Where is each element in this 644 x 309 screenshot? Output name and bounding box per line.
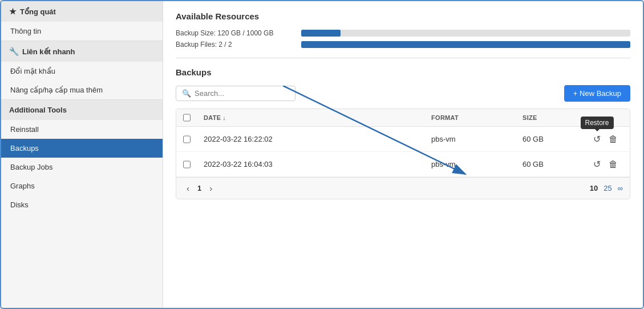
sidebar-item-disks[interactable]: Disks (1, 195, 163, 214)
wrench-icon: 🔧 (9, 47, 19, 56)
action-icons-1: ↺ Restore 🗑 (591, 133, 623, 146)
star-icon: ★ (9, 7, 17, 16)
progress-bar-backupfiles (301, 41, 630, 48)
cell-date-1: 2022-03-22 16:22:02 (197, 133, 424, 146)
backups-title: Backups (176, 67, 212, 77)
backups-table: DATE ↓ FORMAT SIZE 2022-03-22 16:22:02 p… (176, 109, 630, 199)
main-content: Available Resources Backup Size: 120 GB … (163, 1, 643, 308)
cell-actions-2: ↺ 🗑 (584, 155, 630, 173)
sidebar: ★ Tổng quát Thông tin 🔧 Liên kết nhanh Đ… (1, 1, 163, 308)
row-checkbox-2[interactable] (183, 160, 191, 168)
sort-icon: ↓ (222, 114, 226, 121)
sidebar-section-quicklinks: 🔧 Liên kết nhanh (1, 41, 163, 62)
progress-fill-backupfiles (301, 41, 630, 48)
current-page: 1 (197, 184, 201, 192)
search-icon: 🔍 (182, 89, 191, 98)
resource-row-backupsize: Backup Size: 120 GB / 1000 GB (176, 29, 630, 37)
delete-button-2[interactable]: 🗑 (606, 158, 620, 171)
page-size-10[interactable]: 10 (590, 184, 598, 192)
page-nav: ‹ 1 › (183, 182, 216, 194)
row-checkbox-1[interactable] (183, 135, 191, 143)
app-window: ★ Tổng quát Thông tin 🔧 Liên kết nhanh Đ… (0, 0, 644, 309)
table-row: 2022-03-22 16:04:03 pbs-vm 60 GB ↺ 🗑 (176, 152, 630, 177)
cell-format-1: pbs-vm (424, 133, 516, 146)
main-divider (176, 58, 630, 58)
page-size-25[interactable]: 25 (604, 184, 611, 192)
cell-checkbox-2 (176, 158, 197, 171)
col-actions (584, 114, 630, 122)
cell-size-1: 60 GB (516, 133, 584, 146)
page-size-all[interactable]: ∞ (618, 184, 623, 192)
cell-actions-1: ↺ Restore 🗑 (584, 130, 630, 148)
sidebar-section-quicklinks-label: Liên kết nhanh (22, 47, 75, 56)
sidebar-item-upgrade[interactable]: Nâng cấp/hạ cấp mua thêm (1, 81, 163, 99)
col-format: FORMAT (424, 114, 516, 122)
restore-btn-container-1: ↺ Restore (591, 133, 603, 146)
available-resources-title: Available Resources (176, 11, 630, 21)
restore-button-1[interactable]: ↺ (591, 133, 603, 146)
next-page-button[interactable]: › (206, 182, 216, 194)
table-header: DATE ↓ FORMAT SIZE (176, 109, 630, 127)
sidebar-item-changepassword[interactable]: Đổi mật khẩu (1, 62, 163, 81)
sidebar-item-backups[interactable]: Backups (1, 139, 163, 158)
cell-date-2: 2022-03-22 16:04:03 (197, 158, 424, 171)
sidebar-item-thongtin[interactable]: Thông tin (1, 22, 163, 41)
prev-page-button[interactable]: ‹ (183, 182, 193, 194)
sidebar-section-overview: ★ Tổng quát (1, 1, 163, 22)
action-icons-2: ↺ 🗑 (591, 158, 623, 171)
sidebar-section-additionaltools-label: Additional Tools (9, 106, 67, 114)
resource-row-backupfiles: Backup Files: 2 / 2 (176, 41, 630, 49)
select-all-checkbox[interactable] (183, 114, 191, 122)
search-box[interactable]: 🔍 (176, 86, 295, 101)
sidebar-item-backupjobs[interactable]: Backup Jobs (1, 158, 163, 176)
cell-format-2: pbs-vm (424, 158, 516, 171)
cell-size-2: 60 GB (516, 158, 584, 171)
restore-button-2[interactable]: ↺ (591, 158, 603, 171)
sidebar-section-overview-label: Tổng quát (20, 7, 56, 16)
progress-fill-backupsize (301, 30, 341, 37)
cell-checkbox-1 (176, 133, 197, 146)
backups-header: Backups (176, 67, 630, 77)
resource-label-backupfiles: Backup Files: 2 / 2 (176, 41, 301, 49)
col-checkbox (176, 114, 197, 122)
sidebar-item-graphs[interactable]: Graphs (1, 176, 163, 195)
resource-label-backupsize: Backup Size: 120 GB / 1000 GB (176, 29, 301, 37)
pagination: ‹ 1 › 10 25 ∞ (176, 177, 630, 199)
delete-button-1[interactable]: 🗑 (606, 133, 620, 146)
sidebar-section-additionaltools: Additional Tools (1, 100, 163, 120)
table-row: 2022-03-22 16:22:02 pbs-vm 60 GB ↺ Resto… (176, 127, 630, 152)
new-backup-button[interactable]: + New Backup (564, 85, 630, 102)
progress-bar-backupsize (301, 30, 630, 37)
search-input[interactable] (195, 89, 289, 98)
page-size-options: 10 25 ∞ (590, 184, 623, 192)
sidebar-item-reinstall[interactable]: Reinstall (1, 120, 163, 139)
col-size: SIZE (516, 114, 584, 122)
col-date: DATE ↓ (197, 114, 424, 122)
